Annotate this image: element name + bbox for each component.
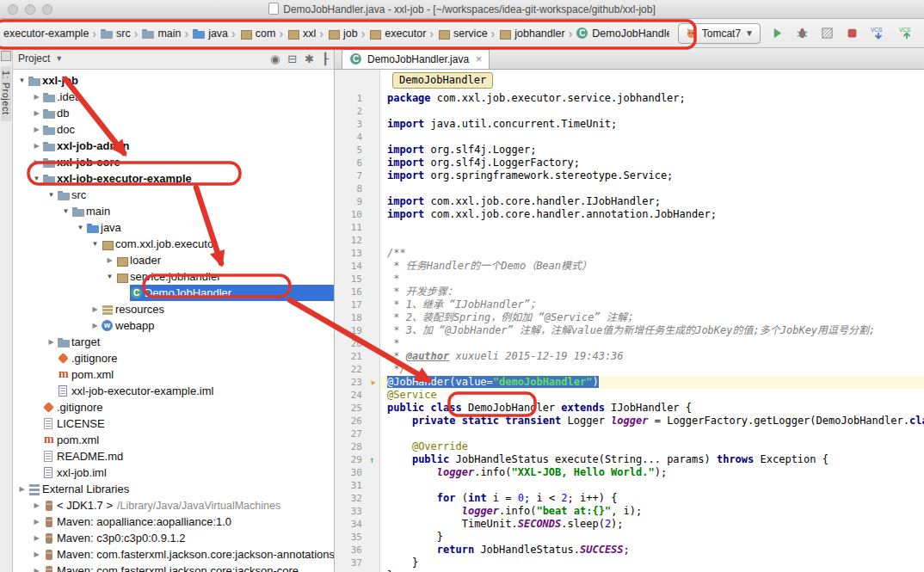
- editor-element-tag[interactable]: DemoJobHandler: [392, 72, 493, 89]
- line-number[interactable]: 36: [335, 544, 367, 557]
- code-line[interactable]: 24@Service: [335, 389, 924, 402]
- minimize-window-button[interactable]: [25, 4, 35, 15]
- code-line[interactable]: 3import java.util.concurrent.TimeUnit;: [335, 118, 924, 131]
- code-line[interactable]: 7import org.springframework.stereotype.S…: [335, 169, 924, 182]
- chevron-collapsed-icon[interactable]: ▶: [46, 338, 57, 346]
- code-line[interactable]: 31: [335, 479, 924, 492]
- tree-item[interactable]: .gitignore: [13, 399, 334, 415]
- stop-button[interactable]: [843, 25, 860, 42]
- line-number[interactable]: 17: [335, 298, 367, 311]
- tree-item[interactable]: ▼src: [13, 187, 334, 203]
- chevron-down-icon[interactable]: ▼: [55, 54, 63, 63]
- tree-item[interactable]: ▼com.xxl.job.executor: [13, 236, 334, 252]
- line-number[interactable]: 2: [335, 105, 367, 118]
- line-number[interactable]: 22: [335, 363, 367, 376]
- line-number[interactable]: 30: [335, 466, 367, 479]
- code-line[interactable]: 26 private static transient Logger logge…: [335, 415, 924, 427]
- line-number[interactable]: 34: [335, 518, 367, 531]
- code-line[interactable]: 35 }: [335, 531, 924, 544]
- line-number[interactable]: 28: [335, 440, 367, 453]
- code-line[interactable]: 12: [335, 234, 924, 247]
- zoom-window-button[interactable]: [42, 4, 52, 15]
- code-line[interactable]: 10import com.xxl.job.core.handler.annota…: [335, 208, 924, 221]
- code-line[interactable]: 25public class DemoJobHandler extends IJ…: [335, 402, 924, 415]
- line-number[interactable]: 14: [335, 260, 367, 273]
- tree-item[interactable]: ▶xxl-job-core: [13, 154, 334, 170]
- code-line[interactable]: 20 *: [335, 337, 924, 350]
- line-number[interactable]: 7: [335, 169, 367, 182]
- code-line[interactable]: 36 return JobHandleStatus.SUCCESS;: [335, 544, 924, 557]
- code-line[interactable]: 37 }: [335, 557, 924, 569]
- code-line[interactable]: 34 TimeUnit.SECONDS.sleep(2);: [335, 518, 924, 531]
- chevron-collapsed-icon[interactable]: ▶: [104, 256, 115, 264]
- tree-item-selected[interactable]: DemoJobHandler: [13, 285, 334, 301]
- code-line[interactable]: 33 logger.info("beat at:{}", i);: [335, 505, 924, 518]
- breadcrumb-item[interactable]: java: [190, 26, 230, 41]
- tree-item[interactable]: xxl-job-executor-example.iml: [13, 383, 334, 399]
- breadcrumb-item[interactable]: jobhandler: [496, 26, 566, 41]
- chevron-collapsed-icon[interactable]: ▶: [31, 518, 42, 526]
- line-number[interactable]: 29: [335, 453, 367, 466]
- line-number[interactable]: 5: [335, 144, 367, 157]
- run-configuration-select[interactable]: Tomcat7 ▼: [678, 23, 761, 44]
- code-line[interactable]: 18 * 2、装配到Spring，例如加 “@Service” 注解；: [335, 311, 924, 324]
- breadcrumb-item[interactable]: main: [139, 26, 182, 41]
- coverage-button[interactable]: [818, 25, 835, 42]
- project-tool-window-button[interactable]: 1: Project: [1, 66, 11, 121]
- chevron-expanded-icon[interactable]: ▼: [104, 273, 115, 280]
- code-line[interactable]: 27: [335, 427, 924, 440]
- line-number[interactable]: 33: [335, 505, 367, 518]
- line-number[interactable]: 26: [335, 415, 367, 427]
- breadcrumb-item[interactable]: src: [98, 26, 132, 41]
- code-line[interactable]: 11: [335, 221, 924, 234]
- chevron-collapsed-icon[interactable]: ▶: [31, 109, 42, 117]
- breadcrumb-item[interactable]: DemoJobHandler: [574, 26, 668, 41]
- line-number[interactable]: 20: [335, 337, 367, 350]
- code-line[interactable]: 30 logger.info("XXL-JOB, Hello World.");: [335, 466, 924, 479]
- code-line[interactable]: 23@JobHander(value="demoJobHandler"): [335, 376, 924, 389]
- line-number[interactable]: 15: [335, 273, 367, 286]
- chevron-expanded-icon[interactable]: ▼: [75, 224, 86, 231]
- code-line[interactable]: 32 for (int i = 0; i < 2; i++) {: [335, 492, 924, 505]
- tree-item[interactable]: LICENSE: [13, 415, 334, 432]
- line-number[interactable]: 9: [335, 195, 367, 208]
- line-number[interactable]: 13: [335, 247, 367, 260]
- code-line[interactable]: 28 @Override: [335, 440, 924, 453]
- gear-icon[interactable]: ✱: [305, 52, 314, 65]
- line-number[interactable]: 12: [335, 234, 367, 247]
- chevron-collapsed-icon[interactable]: ▶: [89, 322, 101, 329]
- breadcrumb-item[interactable]: service: [435, 26, 490, 41]
- line-number[interactable]: 24: [335, 389, 367, 402]
- tree-item[interactable]: xxl-job.iml: [13, 464, 334, 481]
- tree-item[interactable]: ▶webapp: [13, 317, 334, 334]
- code-line[interactable]: 21 * @author xuxueli 2015-12-19 19:43:36: [335, 350, 924, 363]
- tree-item[interactable]: ▶loader: [13, 252, 334, 268]
- tree-item[interactable]: ▶doc: [13, 121, 334, 138]
- close-icon[interactable]: ×: [476, 53, 482, 65]
- breadcrumb-item[interactable]: xxl: [285, 26, 317, 41]
- code-line[interactable]: 6import org.slf4j.LoggerFactory;: [335, 157, 924, 169]
- tool-window-bars-icon[interactable]: [1, 51, 11, 61]
- code-line[interactable]: 19 * 3、加 “@JobHander” 注解，注解value值为新增任务生成…: [335, 324, 924, 337]
- code-line[interactable]: 8: [335, 182, 924, 195]
- line-number[interactable]: 25: [335, 402, 367, 415]
- line-number[interactable]: 8: [335, 182, 367, 195]
- tree-item[interactable]: ▶Maven: com.fasterxml.jackson.core:jacks…: [13, 563, 334, 572]
- tree-item[interactable]: ▶db: [13, 105, 334, 121]
- tree-item[interactable]: ▼xxl-job-executor-example: [13, 170, 334, 187]
- chevron-collapsed-icon[interactable]: ▶: [31, 550, 42, 558]
- chevron-expanded-icon[interactable]: ▼: [60, 207, 71, 215]
- code-line[interactable]: 5import org.slf4j.Logger;: [335, 144, 924, 157]
- code-line[interactable]: 17 * 1、继承 “IJobHandler”；: [335, 298, 924, 311]
- tree-item[interactable]: ▶.idea: [13, 89, 334, 105]
- tree-item[interactable]: ▶Maven: c3p0:c3p0:0.9.1.2: [13, 530, 334, 546]
- tree-item[interactable]: ▼service.jobhandler: [13, 268, 334, 285]
- code-line[interactable]: 1package com.xxl.job.executor.service.jo…: [335, 92, 924, 105]
- line-number[interactable]: 11: [335, 221, 367, 234]
- tree-item[interactable]: ▼xxl-job: [13, 72, 334, 89]
- line-number[interactable]: 31: [335, 479, 367, 492]
- code-line[interactable]: 22 */: [335, 363, 924, 376]
- vcs-commit-button[interactable]: VCS: [896, 25, 917, 42]
- line-number[interactable]: 27: [335, 427, 367, 440]
- chevron-expanded-icon[interactable]: ▼: [31, 175, 42, 182]
